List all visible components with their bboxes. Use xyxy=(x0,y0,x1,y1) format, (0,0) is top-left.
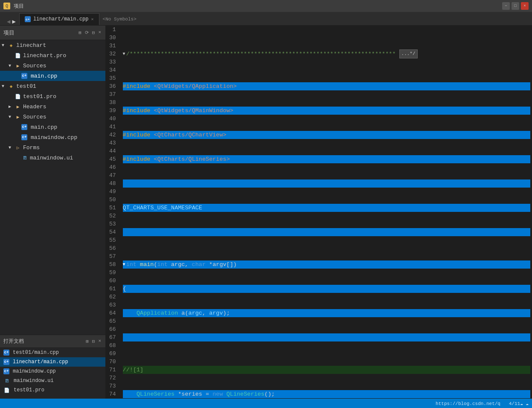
code-line-42: QLineSeries *series = new QLineSeries(); xyxy=(123,390,530,398)
qls-42: QLineSeries xyxy=(123,390,175,398)
tree-item-forms[interactable]: ▼ ▷ Forms xyxy=(0,142,105,153)
doc-item-1[interactable]: c+ test01/main.cpp xyxy=(0,348,105,357)
doc-item-2[interactable]: c+ linechart/main.cpp xyxy=(0,357,105,367)
project-icon-test01: ◈ xyxy=(8,83,15,90)
line42-paren: (); xyxy=(265,390,275,398)
cpp-icon-test01-main: c+ xyxy=(21,124,27,130)
inc-33: <QtCharts/QLineSeries> xyxy=(154,155,230,163)
ellipsis-btn-1[interactable]: ...*/ xyxy=(399,49,418,58)
tree-item-test01[interactable]: ▼ ◈ test01 xyxy=(0,81,105,91)
tab-label: linechart/main.cpp xyxy=(33,16,89,22)
doc-pro-icon: 📄 xyxy=(3,387,10,394)
code-line-41: //![1] xyxy=(123,366,530,374)
doc-item-5[interactable]: 📄 test01.pro xyxy=(0,385,105,395)
bottom-panel-header: 打开文档 ⊞ ⊟ × xyxy=(0,335,105,348)
sidebar-title: 项目 xyxy=(3,29,15,37)
code-container: 1 30 31 32 33 34 35 36 37 38 39 40 41 42… xyxy=(106,26,532,399)
sidebar-sync-icon[interactable]: ⟳ xyxy=(84,29,90,36)
doc-label-2: linechart/main.cpp xyxy=(13,359,68,365)
tab-bar: ◀ ▶ c+ linechart/main.cpp ✕ <No Symbols> xyxy=(0,12,532,26)
tree-item-main-cpp[interactable]: c+ main.cpp xyxy=(0,71,105,81)
code-line-40 xyxy=(123,333,530,341)
tree-item-sources1[interactable]: ▼ ▶ Sources xyxy=(0,61,105,71)
tree-item-mainwindow-cpp[interactable]: c+ mainwindow.cpp xyxy=(0,132,105,142)
tree-item-headers[interactable]: ▶ ▶ Headers xyxy=(0,101,105,112)
brace-open: { xyxy=(123,285,126,293)
tree-item-test01-main-cpp[interactable]: c+ main.cpp xyxy=(0,122,105,132)
minimize-button[interactable]: − xyxy=(502,2,510,10)
sidebar-controls: ⊞ ⟳ ⊟ × xyxy=(78,29,102,36)
tree-arrow-sources2: ▼ xyxy=(9,115,15,119)
bottom-panel-close[interactable]: × xyxy=(97,338,102,345)
tree-label-sources1: Sources xyxy=(23,63,47,69)
sidebar: 项目 ⊞ ⟳ ⊟ × ▼ ◈ linechart 📄 linechart.pro… xyxy=(0,26,106,399)
maximize-button[interactable]: □ xyxy=(512,2,519,10)
nav-back-icon[interactable]: ◀ xyxy=(7,18,10,25)
nav-arrows: ◀ ▶ xyxy=(3,18,19,25)
tree-arrow-forms: ▼ xyxy=(9,145,15,150)
code-line-34 xyxy=(123,179,530,188)
bottom-panel-controls: ⊞ ⊟ × xyxy=(85,338,102,345)
folder-icon-sources1: ▶ xyxy=(15,62,21,69)
inc-31: <QtWidgets/QMainWindow> xyxy=(154,107,233,115)
tree-item-linechart[interactable]: ▼ ◈ linechart xyxy=(0,40,105,50)
folder-icon-forms: ▷ xyxy=(15,144,21,151)
argc: argc, xyxy=(168,260,192,269)
status-right: https://blog.csdn.net/q 4/11☁ ☁ xyxy=(436,401,529,406)
doc-label-4: mainwindow.ui xyxy=(14,378,54,384)
sidebar-close-icon[interactable]: × xyxy=(97,29,102,36)
sidebar-collapse-icon[interactable]: ⊟ xyxy=(91,29,96,36)
tree-item-sources2[interactable]: ▼ ▶ Sources xyxy=(0,112,105,122)
line39-rest: a(argc, argv); xyxy=(178,309,230,317)
tree-label-test01: test01 xyxy=(16,83,36,90)
tree-item-test01-pro[interactable]: 📄 test01.pro xyxy=(0,91,105,101)
ui-icon: 🖹 xyxy=(21,154,28,161)
doc-ui-icon: 🖹 xyxy=(3,377,10,384)
tree-arrow-headers: ▶ xyxy=(9,104,15,109)
doc-cpp-icon-1: c+ xyxy=(3,350,9,356)
fold-arrow-37[interactable]: ▼ xyxy=(123,260,125,269)
fn-main: main xyxy=(140,260,154,269)
close-button[interactable]: × xyxy=(521,2,529,10)
symbols-label: <No Symbols> xyxy=(103,17,137,22)
tree-label-headers: Headers xyxy=(23,104,47,110)
pro-file-icon2: 📄 xyxy=(15,93,21,100)
code-line-39: QApplication a(argc, argv); xyxy=(123,309,530,317)
doc-item-4[interactable]: 🖹 mainwindow.ui xyxy=(0,376,105,385)
paren-main: ( xyxy=(154,260,157,269)
title-bar-title: 项目 xyxy=(14,3,24,10)
editor-area[interactable]: 1 30 31 32 33 34 35 36 37 38 39 40 41 42… xyxy=(106,26,532,399)
new-qls-42: QLineSeries xyxy=(223,390,265,398)
title-bar: Q 项目 − □ × xyxy=(0,0,532,12)
bottom-panel-btn1[interactable]: ⊞ xyxy=(85,338,90,345)
tab-main-cpp[interactable]: c+ linechart/main.cpp ✕ xyxy=(19,13,99,25)
doc-cpp-icon-3: c+ xyxy=(3,368,9,374)
tree-arrow-test01: ▼ xyxy=(2,84,8,89)
fold-arrow-1[interactable]: ▼ xyxy=(123,50,125,58)
app-icon: Q xyxy=(3,3,10,9)
tree-item-linechart-pro[interactable]: 📄 linechart.pro xyxy=(0,50,105,61)
tree-item-mainwindow-ui[interactable]: 🖹 mainwindow.ui xyxy=(0,153,105,163)
code-line-1: ▼ /*************************************… xyxy=(123,50,530,58)
doc-label-5: test01.pro xyxy=(14,387,44,393)
tree-label-linechart: linechart xyxy=(16,42,46,49)
project-tree: ▼ ◈ linechart 📄 linechart.pro ▼ ▶ Source… xyxy=(0,40,105,335)
line42-rest: *series = xyxy=(174,390,212,398)
doc-label-1: test01/main.cpp xyxy=(13,350,59,356)
cpp-icon-main: c+ xyxy=(21,73,27,79)
sidebar-filter-icon[interactable]: ⊞ xyxy=(78,29,82,36)
doc-item-3[interactable]: c+ mainwindow.cpp xyxy=(0,367,105,376)
status-bar: https://blog.csdn.net/q 4/11☁ ☁ xyxy=(0,399,532,408)
code-line-32: #include <QtCharts/QChartView> xyxy=(123,131,530,139)
tree-label-test01-pro: test01.pro xyxy=(23,93,56,100)
tab-close-icon[interactable]: ✕ xyxy=(91,17,94,22)
inc-32: <QtCharts/QChartView> xyxy=(154,131,227,139)
code-line-37: ▼ int main(int argc, char *argv[]) xyxy=(123,260,530,269)
code-line-31: #include <QtWidgets/QMainWindow> xyxy=(123,107,530,115)
pro-file-icon1: 📄 xyxy=(15,52,21,59)
tab-symbols: <No Symbols> xyxy=(99,13,140,25)
code-content[interactable]: ▼ /*************************************… xyxy=(121,26,532,399)
nav-forward-icon[interactable]: ▶ xyxy=(12,18,15,25)
bottom-panel-btn2[interactable]: ⊟ xyxy=(91,338,96,345)
main-layout: 项目 ⊞ ⟳ ⊟ × ▼ ◈ linechart 📄 linechart.pro… xyxy=(0,26,532,399)
